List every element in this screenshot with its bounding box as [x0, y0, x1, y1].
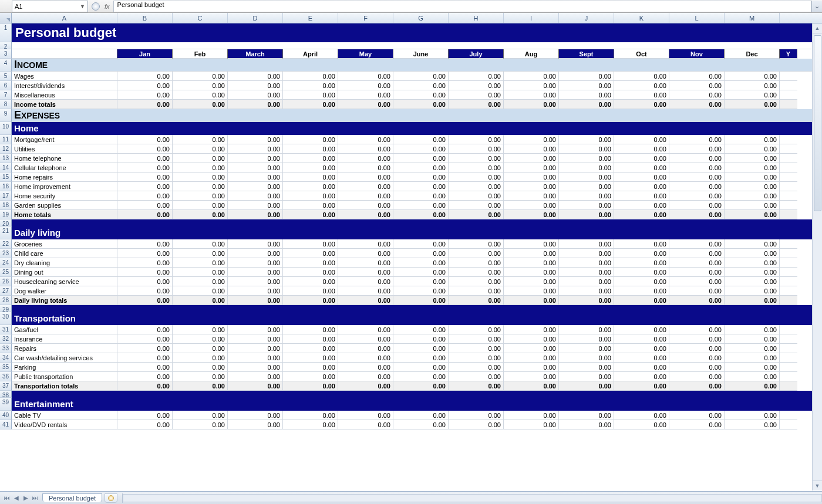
cell[interactable]: 0.00: [449, 268, 504, 277]
cell[interactable]: 0.00: [228, 201, 283, 210]
cell[interactable]: 0.00: [669, 90, 725, 100]
cell[interactable]: 0.00: [614, 249, 669, 258]
row-header[interactable]: 2: [0, 42, 12, 49]
cell[interactable]: 0.00: [669, 296, 725, 305]
cell[interactable]: 0.00: [725, 72, 780, 81]
cell[interactable]: 0.00: [338, 182, 393, 191]
cell[interactable]: 0.00: [173, 296, 228, 305]
cell[interactable]: 0.00: [228, 420, 283, 429]
cell[interactable]: 0.00: [393, 135, 449, 144]
cell[interactable]: 0.00: [173, 381, 228, 391]
row-label[interactable]: Mortgage/rent: [12, 135, 117, 144]
row-label[interactable]: Daily living totals: [12, 296, 117, 305]
row-label[interactable]: Cellular telephone: [12, 163, 117, 172]
row-header[interactable]: 20: [0, 219, 12, 226]
cell[interactable]: 0.00: [117, 258, 173, 268]
cell[interactable]: 0.00: [283, 182, 338, 191]
cell[interactable]: [780, 381, 797, 391]
cell[interactable]: 0.00: [504, 135, 559, 144]
cell[interactable]: 0.00: [559, 154, 614, 163]
cell[interactable]: 0.00: [228, 100, 283, 109]
cell[interactable]: 0.00: [228, 372, 283, 381]
cell[interactable]: 0.00: [725, 249, 780, 258]
row-label[interactable]: Income totals: [12, 100, 117, 109]
cell[interactable]: 0.00: [338, 286, 393, 296]
cell[interactable]: 0.00: [504, 182, 559, 191]
cell[interactable]: [780, 420, 797, 429]
cell[interactable]: 0.00: [117, 201, 173, 210]
cell[interactable]: 0.00: [228, 277, 283, 286]
row-header[interactable]: 34: [0, 353, 12, 363]
month-header[interactable]: May: [338, 49, 393, 59]
cell[interactable]: 0.00: [614, 100, 669, 109]
cell[interactable]: 0.00: [559, 144, 614, 154]
row-header[interactable]: 8: [0, 100, 12, 109]
cell[interactable]: 0.00: [669, 210, 725, 219]
cell[interactable]: 0.00: [614, 144, 669, 154]
cell[interactable]: 0.00: [283, 325, 338, 334]
cell[interactable]: 0.00: [669, 372, 725, 381]
cell[interactable]: 0.00: [283, 154, 338, 163]
cell[interactable]: 0.00: [669, 135, 725, 144]
cell[interactable]: 0.00: [338, 372, 393, 381]
row-label[interactable]: Garden supplies: [12, 201, 117, 210]
cell[interactable]: 0.00: [559, 239, 614, 249]
cell[interactable]: 0.00: [117, 135, 173, 144]
cell[interactable]: 0.00: [283, 210, 338, 219]
cell[interactable]: 0.00: [614, 420, 669, 429]
cell[interactable]: 0.00: [117, 72, 173, 81]
cell[interactable]: 0.00: [559, 372, 614, 381]
cell[interactable]: 0.00: [614, 268, 669, 277]
cell[interactable]: 0.00: [393, 182, 449, 191]
cell[interactable]: 0.00: [725, 100, 780, 109]
cell[interactable]: 0.00: [338, 90, 393, 100]
cell[interactable]: 0.00: [117, 100, 173, 109]
cell[interactable]: 0.00: [504, 268, 559, 277]
row-label[interactable]: Home telephone: [12, 154, 117, 163]
cell[interactable]: 0.00: [393, 420, 449, 429]
col-header-c[interactable]: C: [173, 13, 228, 23]
cell[interactable]: 0.00: [173, 286, 228, 296]
cell[interactable]: 0.00: [117, 411, 173, 420]
cell[interactable]: 0.00: [449, 381, 504, 391]
cell[interactable]: [780, 72, 797, 81]
col-header-e[interactable]: E: [283, 13, 338, 23]
cell[interactable]: [780, 258, 797, 268]
cell[interactable]: 0.00: [283, 201, 338, 210]
month-header[interactable]: April: [283, 49, 338, 59]
cell[interactable]: 0.00: [393, 154, 449, 163]
cell[interactable]: 0.00: [228, 286, 283, 296]
cell[interactable]: 0.00: [669, 334, 725, 344]
cell[interactable]: 0.00: [559, 72, 614, 81]
cell[interactable]: 0.00: [725, 258, 780, 268]
cell[interactable]: [780, 172, 797, 182]
cell[interactable]: [780, 344, 797, 353]
cell[interactable]: 0.00: [504, 172, 559, 182]
cell[interactable]: 0.00: [228, 135, 283, 144]
cell[interactable]: 0.00: [449, 81, 504, 90]
cell[interactable]: 0.00: [614, 239, 669, 249]
cell[interactable]: 0.00: [669, 172, 725, 182]
cell[interactable]: 0.00: [173, 249, 228, 258]
row-header[interactable]: 33: [0, 344, 12, 353]
row-header[interactable]: 36: [0, 372, 12, 381]
cell[interactable]: 0.00: [338, 334, 393, 344]
cell[interactable]: 0.00: [725, 381, 780, 391]
cell[interactable]: 0.00: [117, 81, 173, 90]
cell[interactable]: 0.00: [393, 411, 449, 420]
col-header-d[interactable]: D: [228, 13, 283, 23]
cell[interactable]: 0.00: [117, 90, 173, 100]
cell[interactable]: 0.00: [228, 90, 283, 100]
row-header[interactable]: 31: [0, 325, 12, 334]
row-label[interactable]: Home repairs: [12, 172, 117, 182]
cell[interactable]: 0.00: [228, 239, 283, 249]
cell[interactable]: 0.00: [504, 144, 559, 154]
cell[interactable]: 0.00: [117, 325, 173, 334]
cell[interactable]: 0.00: [283, 286, 338, 296]
row-label[interactable]: Dog walker: [12, 286, 117, 296]
cell[interactable]: 0.00: [614, 90, 669, 100]
cell[interactable]: 0.00: [173, 353, 228, 363]
cell[interactable]: 0.00: [393, 325, 449, 334]
cell[interactable]: 0.00: [504, 325, 559, 334]
cell[interactable]: 0.00: [669, 381, 725, 391]
